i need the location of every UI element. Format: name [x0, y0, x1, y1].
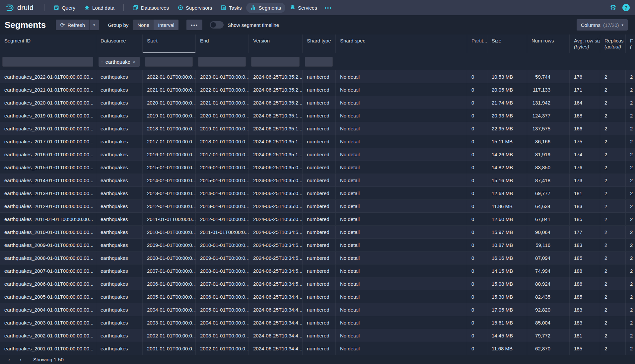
cell-num-rows: 64,634	[527, 200, 570, 212]
cell-end: 2023-01-01T00:00:0...	[196, 70, 249, 83]
cell-num-rows: 69,777	[527, 187, 570, 199]
shard-type-filter-input[interactable]	[305, 57, 333, 67]
page-title: Segments	[5, 20, 46, 30]
cell-version: 2024-06-25T10:34:4...	[249, 290, 303, 303]
cell-replicas: 2	[600, 83, 626, 96]
previous-page-button[interactable]: ‹	[5, 356, 14, 364]
cell-avg-row-size: 185	[570, 342, 600, 355]
cell-size: 20.05 MB	[487, 83, 527, 96]
cell-start: 2005-01-01T00:00:0...	[143, 290, 196, 303]
cell-size: 14.26 MB	[487, 148, 527, 161]
cell-start: 2006-01-01T00:00:0...	[143, 277, 196, 290]
nav-divider	[123, 4, 124, 11]
cell-avg-row-size: 166	[570, 122, 600, 135]
refresh-interval-dropdown[interactable]: ▾	[90, 20, 99, 30]
cell-size: 15.08 MB	[487, 277, 527, 290]
cell-partition: 0	[467, 161, 487, 174]
refresh-button[interactable]: ⟳ Refresh	[56, 20, 90, 30]
druid-logo[interactable]: druid	[5, 3, 34, 12]
clear-filter-icon[interactable]: ✕	[132, 59, 136, 64]
nav-item-datasources[interactable]: Datasources	[128, 3, 173, 13]
group-by-interval-button[interactable]: Interval	[154, 20, 178, 30]
cell-num-rows: 87,418	[527, 174, 570, 186]
cell-size: 15.30 MB	[487, 290, 527, 303]
cell-shard-type: numbered	[303, 303, 336, 316]
cell-num-rows: 74,994	[527, 264, 570, 277]
nav-item-tasks[interactable]: Tasks	[216, 3, 246, 13]
column-header-datasource[interactable]: Datasource	[96, 35, 143, 53]
column-header-shard-type[interactable]: Shard type	[303, 35, 336, 53]
cell-datasource: earthquakes	[96, 264, 143, 277]
column-header-replicas[interactable]: Replicas(actual)	[600, 35, 626, 53]
cell-start: 2010-01-01T00:00:0...	[143, 226, 196, 238]
cell-start: 2013-01-01T00:00:0...	[143, 187, 196, 199]
cell-shard-type: numbered	[303, 174, 336, 186]
cell-avg-row-size: 183	[570, 200, 600, 212]
nav-item-services[interactable]: Services	[285, 3, 321, 13]
group-by-button-group: None Interval	[133, 20, 178, 30]
cell-num-rows: 81,919	[527, 148, 570, 161]
column-header-partition[interactable]: Partit...	[467, 35, 487, 53]
cell-version: 2024-06-25T10:35:0...	[249, 174, 303, 186]
cell-repl-factor: 2	[626, 135, 635, 148]
column-header-segment-id[interactable]: Segment ID	[0, 35, 96, 53]
cell-id: earthquakes_2021-01-01T00:00:00.00...	[0, 83, 96, 96]
cell-partition: 0	[467, 83, 487, 96]
help-icon[interactable]: ?	[622, 4, 630, 11]
column-header-version[interactable]: Version	[249, 35, 303, 53]
cell-id: earthquakes_2017-01-01T00:00:00.00...	[0, 135, 96, 148]
cell-shard-type: numbered	[303, 290, 336, 303]
cell-size: 11.86 MB	[487, 200, 527, 212]
column-header-end[interactable]: End	[196, 35, 249, 53]
table-row: earthquakes_2015-01-01T00:00:00.00...ear…	[0, 161, 635, 174]
show-segment-timeline-toggle[interactable]	[210, 21, 224, 29]
column-header-start[interactable]: Start	[143, 35, 196, 53]
column-header-num-rows[interactable]: Num rows	[527, 35, 570, 53]
group-by-none-button[interactable]: None	[133, 20, 154, 30]
table-row: earthquakes_2022-01-01T00:00:00.00...ear…	[0, 70, 635, 83]
cell-datasource: earthquakes	[96, 226, 143, 238]
cell-id: earthquakes_2002-01-01T00:00:00.00...	[0, 329, 96, 342]
settings-gear-icon[interactable]: ⚙	[610, 4, 616, 11]
datasource-filter-input[interactable]: ≡ earthquake ✕	[99, 57, 140, 67]
filter-operator-icon: ≡	[101, 59, 104, 65]
column-header-avg-row-size[interactable]: Avg. row size(bytes)	[570, 35, 600, 53]
cell-shard-spec: No detail	[336, 277, 467, 290]
columns-selector-button[interactable]: Columns (17/20) ▾	[577, 19, 628, 31]
nav-item-supervisors[interactable]: Supervisors	[173, 3, 216, 13]
cell-end: 2003-01-01T00:00:0...	[196, 329, 249, 342]
table-row: earthquakes_2004-01-01T00:00:00.00...ear…	[0, 303, 635, 316]
cell-id: earthquakes_2022-01-01T00:00:00.00...	[0, 70, 96, 83]
table-row: earthquakes_2003-01-01T00:00:00.00...ear…	[0, 316, 635, 329]
more-actions-button[interactable]: •••	[186, 20, 202, 30]
cell-id: earthquakes_2016-01-01T00:00:00.00...	[0, 148, 96, 161]
nav-item-segments[interactable]: Segments	[246, 3, 286, 13]
cell-id: earthquakes_2011-01-01T00:00:00.00...	[0, 213, 96, 225]
cell-version: 2024-06-25T10:34:5...	[249, 264, 303, 277]
column-header-shard-spec[interactable]: Shard spec	[336, 35, 467, 53]
column-header-replication-factor-clipped[interactable]: F(	[626, 35, 635, 53]
version-filter-input[interactable]	[251, 57, 300, 67]
start-filter-input[interactable]	[145, 57, 193, 67]
nav-item-load-data[interactable]: Load data	[80, 3, 119, 13]
cell-avg-row-size: 173	[570, 174, 600, 186]
end-filter-input[interactable]	[198, 57, 246, 67]
cell-version: 2024-06-25T10:35:2...	[249, 83, 303, 96]
cell-end: 2004-01-01T00:00:0...	[196, 316, 249, 329]
column-header-size[interactable]: Size	[487, 35, 527, 53]
segment-id-filter-input[interactable]	[2, 57, 93, 67]
table-row: earthquakes_2001-01-01T00:00:00.00...ear…	[0, 342, 635, 355]
cell-start: 2018-01-01T00:00:0...	[143, 122, 196, 135]
cell-size: 10.87 MB	[487, 239, 527, 251]
cell-replicas: 2	[600, 277, 626, 290]
segments-table-body: earthquakes_2022-01-01T00:00:00.00...ear…	[0, 70, 635, 355]
cell-end: 2018-01-01T00:00:0...	[196, 135, 249, 148]
nav-overflow-button[interactable]: •••	[321, 3, 335, 13]
cell-version: 2024-06-25T10:35:0...	[249, 200, 303, 212]
cell-id: earthquakes_2003-01-01T00:00:00.00...	[0, 316, 96, 329]
cell-avg-row-size: 181	[570, 329, 600, 342]
nav-item-query[interactable]: Query	[49, 3, 80, 13]
cell-partition: 0	[467, 187, 487, 199]
next-page-button[interactable]: ›	[16, 356, 25, 364]
cell-datasource: earthquakes	[96, 187, 143, 199]
